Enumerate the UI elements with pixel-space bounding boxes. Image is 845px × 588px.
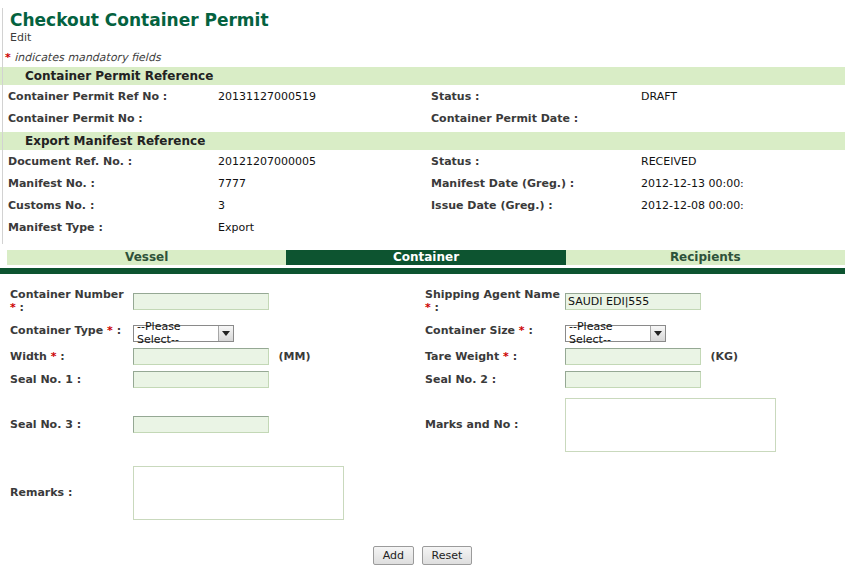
chevron-down-icon [650, 326, 665, 341]
required-asterisk: * [5, 51, 11, 64]
tab-container[interactable]: Container [286, 250, 565, 265]
field-label: Manifest No. : [8, 177, 218, 190]
required-asterisk: * [519, 324, 525, 337]
field-value: 2012-12-13 00:00: [641, 177, 845, 190]
permit-reference-section: Container Permit Ref No : 20131127000519… [0, 86, 845, 129]
field-value: 20131127000519 [218, 90, 431, 103]
container-number-input[interactable] [133, 293, 269, 310]
tab-recipients[interactable]: Recipients [566, 250, 845, 265]
field-label: Status : [431, 90, 641, 103]
field-value: 20121207000005 [218, 155, 431, 168]
info-row: Manifest Type : Export [8, 217, 845, 238]
tab-underline-bar [0, 268, 845, 274]
status-badge: RECEIVED [641, 155, 845, 168]
required-asterisk: * [107, 324, 113, 337]
tab-bar: Vessel Container Recipients [7, 250, 845, 265]
tare-weight-input[interactable] [565, 348, 701, 365]
seal-no-1-input[interactable] [133, 371, 269, 388]
required-asterisk: * [10, 301, 16, 314]
info-row: Document Ref. No. : 20121207000005 Statu… [8, 151, 845, 172]
container-size-selected-value: --Please Select-- [569, 320, 650, 346]
required-asterisk: * [425, 301, 431, 314]
field-label: Container Permit Ref No : [8, 90, 218, 103]
seal-no-2-input[interactable] [565, 371, 701, 388]
shipping-agent-name-input[interactable] [565, 293, 701, 310]
info-row: Container Permit No : Container Permit D… [8, 108, 845, 129]
left-border-line [2, 8, 3, 244]
reset-button[interactable]: Reset [422, 546, 473, 565]
field-label: Manifest Date (Greg.) : [431, 177, 641, 190]
field-label: Container Permit No : [8, 112, 218, 125]
info-row: Customs No. : 3 Issue Date (Greg.) : 201… [8, 195, 845, 216]
field-value: 3 [218, 199, 431, 212]
section-header-container-permit-reference: Container Permit Reference [0, 67, 845, 85]
seal-no-3-input[interactable] [133, 416, 269, 433]
seal-no-3-label: Seal No. 3 : [10, 394, 133, 456]
container-number-label: Container Number * : [10, 288, 133, 314]
field-value: 7777 [218, 177, 431, 190]
container-type-label: Container Type * : [10, 324, 133, 337]
add-button[interactable]: Add [373, 546, 414, 565]
mandatory-note-text: indicates mandatory fields [14, 51, 160, 64]
field-label: Issue Date (Greg.) : [431, 199, 641, 212]
section-header-export-manifest-reference: Export Manifest Reference [0, 132, 845, 150]
container-form: Container Number * : Shipping Agent Name… [0, 288, 845, 530]
tare-weight-unit: (KG) [711, 350, 739, 363]
container-size-label: Container Size * : [425, 324, 565, 337]
page-title: Checkout Container Permit [10, 10, 845, 30]
field-value: 2012-12-08 00:00: [641, 199, 845, 212]
remarks-textarea[interactable] [133, 466, 344, 520]
seal-no-1-label: Seal No. 1 : [10, 373, 133, 386]
required-asterisk: * [503, 350, 509, 363]
marks-and-no-label: Marks and No : [425, 394, 565, 456]
field-label: Status : [431, 155, 641, 168]
page-header: Checkout Container Permit Edit [0, 0, 845, 44]
container-size-select[interactable]: --Please Select-- [565, 325, 666, 342]
mandatory-note: * indicates mandatory fields [5, 51, 845, 64]
seal-no-2-label: Seal No. 2 : [425, 373, 565, 386]
container-type-select[interactable]: --Please Select-- [133, 325, 234, 342]
field-label: Manifest Type : [8, 221, 218, 234]
shipping-agent-name-label: Shipping Agent Name * : [425, 288, 565, 314]
tare-weight-label: Tare Weight * : [425, 350, 565, 363]
chevron-down-icon [218, 326, 233, 341]
width-label: Width * : [10, 350, 133, 363]
field-label: Customs No. : [8, 199, 218, 212]
field-label: Container Permit Date : [431, 112, 641, 125]
edit-subtitle: Edit [10, 31, 845, 44]
remarks-label: Remarks : [10, 462, 133, 524]
container-type-selected-value: --Please Select-- [137, 320, 218, 346]
tab-vessel[interactable]: Vessel [7, 250, 286, 265]
width-input[interactable] [133, 348, 269, 365]
manifest-reference-section: Document Ref. No. : 20121207000005 Statu… [0, 151, 845, 238]
info-row: Manifest No. : 7777 Manifest Date (Greg.… [8, 173, 845, 194]
field-label: Document Ref. No. : [8, 155, 218, 168]
required-asterisk: * [51, 350, 57, 363]
field-value: Export [218, 221, 431, 234]
status-badge: DRAFT [641, 90, 845, 103]
add-reset-button-row: Add Reset [0, 546, 845, 565]
width-unit: (MM) [279, 350, 311, 363]
marks-and-no-textarea[interactable] [565, 398, 776, 452]
info-row: Container Permit Ref No : 20131127000519… [8, 86, 845, 107]
